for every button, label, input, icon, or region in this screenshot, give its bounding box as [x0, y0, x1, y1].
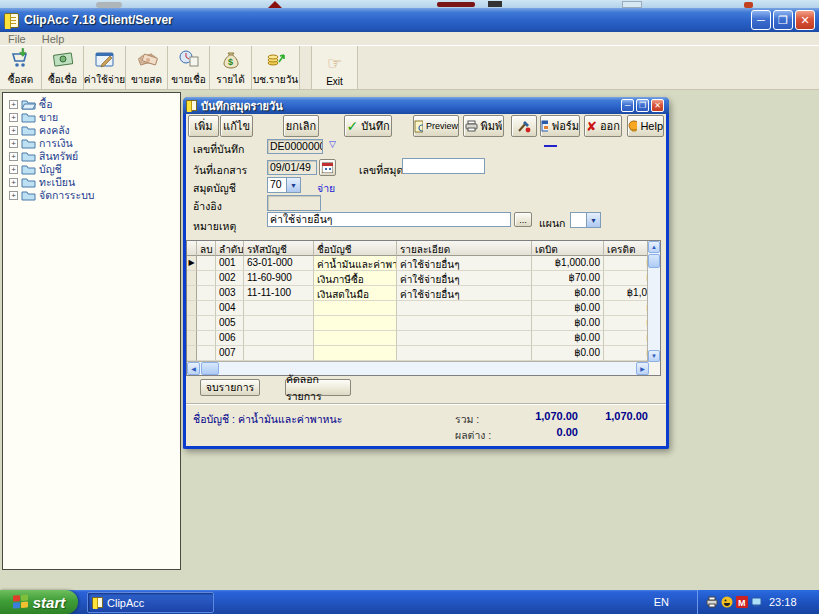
clock[interactable]: 23:18 — [769, 596, 797, 608]
menu-file[interactable]: File — [8, 33, 26, 45]
print-button[interactable]: พิมพ์ — [463, 115, 504, 137]
journal-entry-dialog: บันทึกสมุดรายวัน ─ ❐ ✕ เพิ่ม แก้ไข ยกเลิ… — [183, 97, 669, 449]
reference-field[interactable] — [267, 195, 321, 211]
dropdown-marker-icon[interactable]: ▽ — [329, 139, 336, 149]
tree-item-finance[interactable]: + การเงิน — [9, 137, 180, 149]
grid-header-debit[interactable]: เดบิต — [532, 241, 604, 256]
scroll-up-icon[interactable]: ▲ — [648, 241, 660, 253]
folder-icon — [21, 125, 36, 136]
language-indicator[interactable]: EN — [654, 590, 669, 614]
restore-button[interactable]: ❐ — [773, 10, 793, 30]
exit-dialog-button[interactable]: ✘ออก — [584, 115, 622, 137]
doc-date-field[interactable]: 09/01/49 — [267, 160, 317, 175]
scroll-left-icon[interactable]: ◀ — [187, 362, 200, 375]
expand-icon[interactable]: + — [9, 152, 18, 161]
msn-m-tray-icon[interactable]: M — [736, 596, 748, 608]
grid-row-6[interactable]: 006 ฿0.00 ฿0.00 — [187, 331, 660, 346]
toolbar-sell-credit-button[interactable]: ขายเชื่อ — [168, 46, 210, 89]
toolbar-buy-credit-button[interactable]: ซื้อเชื่อ — [42, 46, 84, 89]
toolbar-exit-button[interactable]: ☞ Exit — [312, 46, 358, 89]
svg-text:M: M — [738, 598, 746, 608]
toolbar-daily-journal-button[interactable]: บช.รายวัน — [252, 46, 300, 89]
record-no-label: เลขที่บันทึก — [193, 141, 244, 158]
minimize-button[interactable]: ─ — [751, 10, 771, 30]
chevron-down-icon[interactable]: ▼ — [286, 178, 300, 192]
journal-grid: ลบ ลำดับ รหัสบัญชี ชื่อบัญชี รายละเอียด … — [186, 240, 661, 376]
taskbar-clipacc-button[interactable]: ClipAcc — [87, 592, 214, 613]
tree-item-sale[interactable]: + ขาย — [9, 111, 180, 123]
coins-icon — [264, 47, 288, 71]
vertical-scroll-thumb[interactable] — [648, 254, 660, 268]
department-combobox[interactable]: ▼ — [570, 212, 601, 228]
dialog-minimize-button[interactable]: ─ — [621, 99, 634, 112]
tree-item-purchase[interactable]: + ซื้อ — [9, 98, 180, 110]
round-app-tray-icon[interactable] — [721, 596, 733, 608]
desktop-icon-fragment — [622, 1, 642, 8]
tree-item-assets[interactable]: + สินทรัพย์ — [9, 150, 180, 162]
remark-field[interactable]: ค่าใช้จ่ายอื่นๆ — [267, 212, 511, 227]
grid-header-selector[interactable] — [187, 241, 197, 256]
form-button[interactable]: ฟอร์ม — [540, 115, 580, 137]
help-button[interactable]: Help — [627, 115, 664, 137]
grid-row-7[interactable]: 007 ฿0.00 ฿0.00 — [187, 346, 660, 361]
expand-icon[interactable]: + — [9, 191, 18, 200]
tree-item-accounting[interactable]: + บัญชี — [9, 163, 180, 175]
finish-entry-button[interactable]: จบรายการ — [200, 379, 260, 396]
menu-help[interactable]: Help — [42, 33, 65, 45]
remark-browse-button[interactable]: ... — [514, 212, 532, 227]
dialog-close-button[interactable]: ✕ — [651, 99, 664, 112]
cancel-button[interactable]: ยกเลิก — [283, 115, 319, 137]
grid-header-seq[interactable]: ลำดับ — [216, 241, 244, 256]
tree-item-register[interactable]: + ทะเบียน — [9, 176, 180, 188]
start-button[interactable]: start — [0, 590, 78, 614]
save-button[interactable]: ✓บันทึก — [344, 115, 392, 137]
expand-icon[interactable]: + — [9, 126, 18, 135]
grid-header-delete[interactable]: ลบ — [197, 241, 216, 256]
tree-item-inventory[interactable]: + คงคลัง — [9, 124, 180, 136]
ledger-combobox[interactable]: 70▼ — [267, 177, 301, 193]
grid-row-1[interactable]: ▶ 001 63-01-000 ค่าน้ำมันและค่าพาหนะ ค่า… — [187, 256, 660, 271]
expand-icon[interactable]: + — [9, 165, 18, 174]
tree-item-system[interactable]: + จัดการระบบ — [9, 189, 180, 201]
grid-header-detail[interactable]: รายละเอียด — [397, 241, 532, 256]
chevron-down-icon[interactable]: ▼ — [586, 213, 600, 227]
expand-icon[interactable]: + — [9, 139, 18, 148]
taskbar: start ClipAcc EN M 23:18 — [0, 590, 819, 614]
menubar: File Help — [0, 32, 819, 45]
toolbar-buy-cash-button[interactable]: ซื้อสด — [0, 46, 42, 89]
expand-icon[interactable]: + — [9, 113, 18, 122]
scroll-down-icon[interactable]: ▼ — [648, 350, 660, 362]
vertical-scrollbar[interactable]: ▲ ▼ — [647, 241, 660, 362]
grid-row-3[interactable]: 003 11-11-100 เงินสดในมือ ค่าใช้จ่ายอื่น… — [187, 286, 660, 301]
grid-row-5[interactable]: 005 ฿0.00 ฿0.00 — [187, 316, 660, 331]
grid-header-name[interactable]: ชื่อบัญชี — [314, 241, 397, 256]
printer-tray-icon[interactable] — [706, 596, 718, 608]
expand-icon[interactable]: + — [9, 178, 18, 187]
grid-header-code[interactable]: รหัสบัญชี — [244, 241, 314, 256]
display-tray-icon[interactable] — [751, 596, 763, 608]
grid-row-4[interactable]: 004 ฿0.00 ฿0.00 — [187, 301, 660, 316]
grid-row-2[interactable]: 002 11-60-900 เงินภาษีซื้อ ค่าใช้จ่ายอื่… — [187, 271, 660, 286]
preview-button[interactable]: Preview — [413, 115, 459, 137]
toolbar-sell-cash-button[interactable]: ขายสด — [126, 46, 168, 89]
main-window-titlebar[interactable]: ClipAcc 7.18 Client/Server ─ ❐ ✕ — [0, 8, 819, 32]
grid-header-credit[interactable]: เครดิต — [604, 241, 648, 256]
horizontal-scroll-thumb[interactable] — [201, 362, 219, 375]
copy-entry-button[interactable]: คัดลอกรายการ — [285, 379, 351, 396]
toolbar-expense-button[interactable]: ค่าใช้จ่าย — [84, 46, 126, 89]
edit-button[interactable]: แก้ไข — [220, 115, 253, 137]
scroll-right-icon[interactable]: ▶ — [636, 362, 649, 375]
dialog-titlebar[interactable]: บันทึกสมุดรายวัน ─ ❐ ✕ — [183, 97, 669, 114]
tools-button[interactable] — [511, 115, 537, 137]
calendar-button[interactable] — [319, 159, 336, 176]
book-no-field[interactable] — [402, 158, 485, 174]
toolbar-income-button[interactable]: $ รายได้ — [210, 46, 252, 89]
record-no-field[interactable]: DE00000006 — [267, 139, 323, 154]
folder-icon — [21, 190, 36, 201]
horizontal-scrollbar[interactable]: ◀ ▶ — [187, 361, 649, 375]
add-button[interactable]: เพิ่ม — [188, 115, 219, 137]
preview-icon — [414, 120, 423, 133]
close-button[interactable]: ✕ — [795, 10, 815, 30]
dialog-maximize-button[interactable]: ❐ — [636, 99, 649, 112]
expand-icon[interactable]: + — [9, 100, 18, 109]
